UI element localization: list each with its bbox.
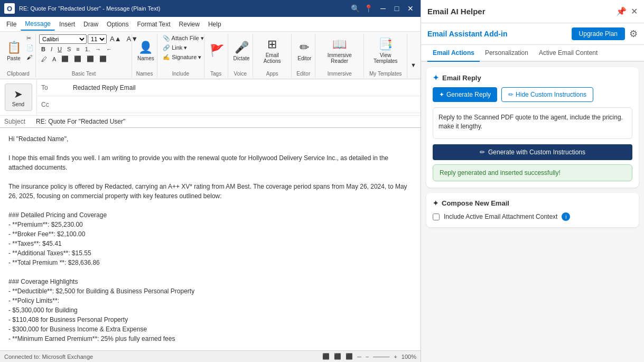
zoom-in-button[interactable]: + — [394, 354, 397, 360]
location-icon[interactable]: 📍 — [364, 4, 373, 13]
info-icon[interactable]: i — [562, 212, 570, 221]
ai-panel: Email AI Helper 📌 ✕ Email Assistant Add-… — [421, 0, 644, 362]
outdent-button[interactable]: ← — [104, 45, 114, 53]
upgrade-plan-button[interactable]: Upgrade Plan — [572, 27, 625, 40]
compose-header: ➤ Send To Redacted Reply Email Cc — [0, 79, 421, 116]
zoom-out-button[interactable]: − — [366, 354, 369, 360]
underline-button[interactable]: U — [55, 45, 64, 53]
numbering-button[interactable]: 1. — [83, 45, 92, 53]
generate-reply-button[interactable]: ✦ Generate Reply — [433, 87, 497, 102]
font-size-select[interactable]: 11 — [88, 34, 107, 44]
format-painter-button[interactable]: 🖌 — [24, 53, 36, 61]
hide-custom-instructions-button[interactable]: ✏ Hide Custom Instructions — [501, 87, 593, 102]
align-right-button[interactable]: ⬛ — [85, 54, 96, 63]
menu-review[interactable]: Review — [175, 18, 204, 30]
view-templates-button[interactable]: 📑 View Templates — [367, 34, 404, 68]
clipboard-col: ✂ 📄 🖌 — [24, 34, 36, 61]
align-left-button[interactable]: ⬛ — [59, 54, 71, 63]
zoom-slider[interactable]: ──── — [373, 354, 389, 360]
menu-file[interactable]: File — [2, 18, 21, 30]
copy-button[interactable]: 📄 — [24, 43, 36, 52]
subject-label: Subject — [4, 118, 36, 125]
ribbon-expand-button[interactable]: ▼ — [408, 61, 418, 69]
ai-tabs: Email Actions Personalization Active Ema… — [421, 45, 644, 62]
ai-header-icons: 📌 ✕ — [616, 6, 638, 16]
ai-subheader-actions: Upgrade Plan ⚙ — [572, 27, 638, 40]
attach-file-button[interactable]: 📎 Attach File ▾ — [161, 34, 206, 43]
generate-sparkle-icon: ✦ — [439, 91, 444, 98]
all-apps-button[interactable]: ⊞ Email Actions — [256, 34, 288, 68]
italic-button[interactable]: I — [49, 45, 54, 53]
formatting-controls: Calibri 11 A▲ A▼ B I U S ≡ 1. — [39, 34, 140, 63]
strikethrough-button[interactable]: S — [65, 45, 73, 53]
fields-column: To Redacted Reply Email Cc — [37, 79, 421, 115]
flag-button[interactable]: 🚩 — [208, 34, 227, 68]
increase-font-button[interactable]: A▲ — [108, 34, 124, 44]
compose-new-email-title: ✦ Compose New Email — [433, 199, 632, 207]
view-reading-icon[interactable]: ⬛ — [334, 353, 341, 360]
email-reply-buttons: ✦ Generate Reply ✏ Hide Custom Instructi… — [433, 87, 632, 102]
search-icon[interactable]: 🔍 — [351, 4, 360, 13]
ribbon-group-apps: ⊞ Email Actions Apps — [254, 34, 292, 78]
ai-close-icon[interactable]: ✕ — [631, 6, 638, 16]
zoom-separator: ─ — [357, 354, 361, 360]
ribbon: 📋 Paste ✂ 📄 🖌 Clipboard Calibri — [0, 32, 421, 79]
close-button[interactable]: ✕ — [405, 3, 416, 14]
to-field: To Redacted Reply Email — [37, 79, 421, 96]
instruction-text-box[interactable]: Reply to the Scanned PDF quote to the ag… — [433, 107, 632, 139]
menu-options[interactable]: Options — [102, 18, 133, 30]
tab-personalization[interactable]: Personalization — [480, 45, 534, 62]
font-color-button[interactable]: A — [50, 55, 58, 63]
paste-button[interactable]: 📋 Paste — [4, 34, 23, 68]
dictate-button[interactable]: 🎤 Dictate — [231, 34, 252, 68]
signature-button[interactable]: ✍ Signature ▾ — [161, 53, 206, 62]
menu-draw[interactable]: Draw — [79, 18, 102, 30]
view-web-icon[interactable]: ⬛ — [346, 353, 353, 360]
connection-status: Connected to: Microsoft Exchange — [4, 354, 93, 360]
menu-message[interactable]: Message — [21, 18, 55, 31]
ribbon-group-voice: 🎤 Dictate Voice — [229, 34, 254, 78]
indent-button[interactable]: → — [93, 45, 103, 53]
clipboard-label: Clipboard — [4, 71, 32, 77]
pin-icon[interactable]: 📌 — [616, 6, 627, 16]
editor-button[interactable]: ✏ Editor — [295, 34, 314, 68]
ribbon-group-immersive: 📖 Immersive Reader Immersive — [316, 34, 364, 78]
bold-button[interactable]: B — [39, 45, 48, 53]
menu-insert[interactable]: Insert — [55, 18, 79, 30]
settings-icon[interactable]: ⚙ — [629, 28, 638, 40]
title-text: RE: Quote For "Redacted User" - Message … — [19, 5, 347, 12]
send-button[interactable]: ➤ Send — [5, 83, 32, 111]
email-body[interactable]: Hi "Redacted Name", I hope this email fi… — [0, 128, 421, 350]
names-button[interactable]: 👤 Names — [135, 34, 156, 68]
link-button[interactable]: 🔗 Link ▾ — [161, 43, 206, 52]
compose-area: ➤ Send To Redacted Reply Email Cc Subjec… — [0, 79, 421, 350]
tab-email-actions[interactable]: Email Actions — [427, 45, 480, 62]
include-attachment-checkbox[interactable] — [433, 214, 440, 220]
subject-value[interactable]: RE: Quote For "Redacted User" — [36, 118, 416, 125]
immersive-reader-icon: 📖 — [332, 38, 347, 51]
subject-field: Subject RE: Quote For "Redacted User" — [0, 116, 421, 128]
ribbon-group-editor: ✏ Editor Editor — [293, 34, 315, 78]
menu-help[interactable]: Help — [204, 18, 226, 30]
bullets-button[interactable]: ≡ — [74, 45, 81, 53]
window-controls: ─ □ ✕ — [377, 3, 416, 14]
generate-custom-instructions-button[interactable]: ✏ Generate with Custom Instructions — [433, 144, 632, 160]
cut-button[interactable]: ✂ — [24, 34, 36, 43]
menu-format-text[interactable]: Format Text — [133, 18, 174, 30]
to-value[interactable]: Redacted Reply Email — [73, 84, 416, 91]
justify-button[interactable]: ⬛ — [97, 54, 109, 63]
maximize-button[interactable]: □ — [391, 3, 403, 14]
success-banner: Reply generated and inserted successfull… — [433, 164, 632, 181]
minimize-button[interactable]: ─ — [377, 3, 389, 14]
ribbon-group-tags: 🚩 Tags — [206, 34, 228, 78]
view-normal-icon[interactable]: ⬛ — [322, 353, 330, 360]
tab-active-email-content[interactable]: Active Email Content — [534, 45, 603, 62]
immersive-reader-button[interactable]: 📖 Immersive Reader — [319, 34, 360, 68]
cc-field: Cc — [37, 96, 421, 113]
font-family-select[interactable]: Calibri — [39, 34, 87, 44]
highlight-button[interactable]: 🖊 — [39, 55, 49, 63]
align-center-button[interactable]: ⬛ — [72, 54, 83, 63]
tags-label: Tags — [208, 71, 225, 77]
outlook-window: O RE: Quote For "Redacted User" - Messag… — [0, 0, 421, 362]
to-label: To — [41, 84, 73, 91]
